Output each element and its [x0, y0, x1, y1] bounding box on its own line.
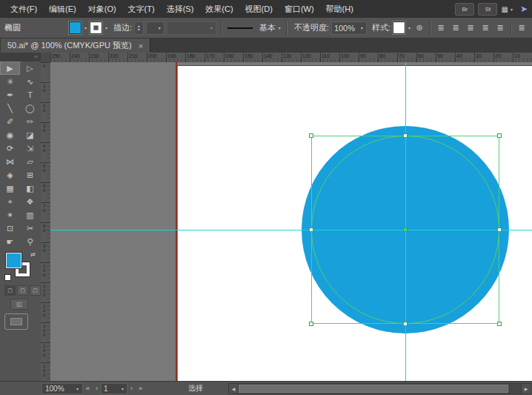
- selection-handle-middle-left[interactable]: [309, 228, 313, 232]
- h-ruler-label: 160: [225, 53, 234, 59]
- brush-definition-label[interactable]: 基本: [259, 22, 276, 33]
- width-tool[interactable]: ⋈: [0, 155, 20, 168]
- eraser-tool[interactable]: ◪: [20, 128, 40, 142]
- menu-item-6[interactable]: 视图(D): [239, 0, 279, 18]
- blob-brush-tool[interactable]: ◉: [0, 128, 20, 142]
- menu-item-1[interactable]: 编辑(E): [43, 0, 82, 18]
- prev-artboard-button[interactable]: ‹: [93, 385, 101, 392]
- horizontal-scrollbar[interactable]: ◀ ▶: [228, 383, 531, 394]
- ruler-origin-corner[interactable]: [41, 53, 51, 63]
- selection-center-point[interactable]: [403, 228, 408, 232]
- fill-caret-icon[interactable]: ▾: [84, 25, 87, 30]
- mini-panel-widget[interactable]: [4, 313, 28, 330]
- canvas[interactable]: [50, 62, 532, 382]
- vertical-ruler[interactable]: 01 02 03 04 05 06 07 08 09 01 0 01 1 01 …: [41, 62, 51, 382]
- horizontal-ruler[interactable]: 2502402302202102001901801701601501401301…: [50, 53, 532, 63]
- magic-wand-tool[interactable]: ✳: [0, 75, 20, 88]
- stroke-caret-icon[interactable]: ▾: [105, 25, 107, 30]
- share-icon[interactable]: ➤: [520, 4, 528, 14]
- perspective-grid-tool[interactable]: ⊞: [20, 168, 40, 182]
- paintbrush-tool[interactable]: ✐: [0, 115, 20, 128]
- align-top-icon[interactable]: ≣: [479, 22, 491, 34]
- style-caret-icon[interactable]: ▾: [408, 25, 410, 30]
- stock-button[interactable]: St: [478, 3, 497, 16]
- selection-tool[interactable]: ▶: [0, 62, 20, 75]
- draw-inside-button[interactable]: ▢: [30, 285, 41, 296]
- close-icon[interactable]: ×: [139, 42, 143, 50]
- type-tool[interactable]: T: [20, 88, 40, 102]
- align-center-icon[interactable]: ≣: [450, 22, 462, 34]
- first-artboard-button[interactable]: «: [83, 385, 93, 392]
- bridge-button[interactable]: Br: [455, 3, 474, 16]
- slice-tool[interactable]: ✂: [20, 222, 40, 235]
- artboard-number-dropdown[interactable]: 1 ▾: [101, 383, 127, 394]
- column-graph-tool[interactable]: ▥: [20, 208, 40, 222]
- blend-tool[interactable]: ❖: [20, 195, 40, 208]
- stepper-down-icon[interactable]: ▾: [138, 28, 140, 32]
- free-transform-tool[interactable]: ▱: [20, 155, 40, 168]
- style-swatch[interactable]: [393, 21, 405, 34]
- pencil-tool[interactable]: ✏: [20, 115, 40, 128]
- selection-handle-bottom-right[interactable]: [497, 322, 502, 326]
- toolbar-collapse-icon[interactable]: ‹‹: [0, 53, 41, 62]
- rotate-tool-icon: ⟳: [7, 144, 13, 153]
- gradient-tool[interactable]: ◧: [20, 182, 40, 195]
- line-segment-tool[interactable]: ╲: [0, 102, 20, 115]
- menu-item-4[interactable]: 选择(S): [161, 0, 200, 18]
- h-ruler-label: 240: [71, 53, 80, 59]
- screen-mode-button[interactable]: ◱: [10, 299, 28, 310]
- draw-normal-button[interactable]: ▢: [4, 285, 16, 296]
- draw-behind-button[interactable]: ▢: [17, 285, 28, 296]
- selection-handle-top-left[interactable]: [309, 133, 313, 138]
- workspace-switcher[interactable]: ▦ ▾: [501, 5, 513, 13]
- recolor-artwork-icon[interactable]: ⊛: [413, 22, 425, 34]
- selection-handle-top-right[interactable]: [497, 133, 502, 138]
- swap-fill-stroke-icon[interactable]: ⇄: [30, 251, 36, 258]
- symbol-sprayer-tool[interactable]: ✴: [0, 208, 20, 222]
- scrollbar-thumb[interactable]: [239, 385, 508, 393]
- fill-color-box[interactable]: [6, 253, 21, 268]
- pen-tool-icon: ✒: [7, 90, 13, 100]
- zoom-tool[interactable]: ⚲: [20, 235, 40, 248]
- zoom-level-dropdown[interactable]: 100% ▾: [41, 383, 83, 394]
- document-tab[interactable]: 50.ai* @ 100% (CMYK/GPU 预览) ×: [1, 39, 150, 53]
- next-artboard-button[interactable]: ›: [127, 385, 136, 392]
- scroll-left-icon[interactable]: ◀: [229, 384, 239, 394]
- scale-tool[interactable]: ⇲: [20, 142, 40, 155]
- ellipse-tool[interactable]: ◯: [20, 102, 40, 115]
- lasso-tool[interactable]: ∿: [20, 75, 40, 88]
- menu-item-5[interactable]: 效果(C): [199, 0, 239, 18]
- selection-handle-bottom-center[interactable]: [403, 322, 408, 326]
- hand-tool[interactable]: ☛: [0, 235, 20, 248]
- align-bottom-icon[interactable]: ≣: [494, 22, 506, 34]
- scroll-right-icon[interactable]: ▶: [521, 384, 531, 394]
- stroke-color-swatch[interactable]: [90, 21, 102, 34]
- menu-item-7[interactable]: 窗口(W): [279, 0, 320, 18]
- stroke-weight-dropdown[interactable]: ▾: [146, 21, 164, 35]
- shape-builder-tool[interactable]: ◈: [0, 168, 20, 182]
- mesh-tool[interactable]: ▦: [0, 182, 20, 195]
- status-indicator[interactable]: 选择: [188, 383, 203, 394]
- align-left-icon[interactable]: ≣: [435, 22, 447, 34]
- align-right-icon[interactable]: ≣: [465, 22, 476, 34]
- opacity-dropdown[interactable]: 100% ▾: [331, 21, 367, 35]
- stroke-weight-stepper[interactable]: ▴ ▾: [134, 21, 143, 35]
- eyedropper-tool[interactable]: ⌖: [0, 195, 20, 208]
- menu-item-3[interactable]: 文字(T): [122, 0, 161, 18]
- width-profile-dropdown[interactable]: ▾: [167, 21, 216, 35]
- fill-color-swatch[interactable]: [69, 21, 82, 34]
- menu-item-0[interactable]: 文件(F): [4, 0, 43, 18]
- distribute-icon[interactable]: ≣: [516, 22, 528, 34]
- brush-caret-icon[interactable]: ▾: [279, 25, 281, 30]
- rotate-tool[interactable]: ⟳: [0, 142, 20, 155]
- direct-selection-tool[interactable]: ▷: [20, 62, 40, 75]
- default-fill-stroke-icon[interactable]: [4, 274, 11, 281]
- selection-handle-bottom-left[interactable]: [309, 322, 313, 326]
- last-artboard-button[interactable]: »: [136, 385, 145, 392]
- artboard-tool[interactable]: ⊡: [0, 222, 20, 235]
- selection-handle-top-center[interactable]: [403, 133, 408, 138]
- menu-item-2[interactable]: 对象(O): [82, 0, 122, 18]
- selection-handle-middle-right[interactable]: [497, 228, 502, 232]
- menu-item-8[interactable]: 帮助(H): [320, 0, 359, 18]
- pen-tool[interactable]: ✒: [0, 88, 20, 102]
